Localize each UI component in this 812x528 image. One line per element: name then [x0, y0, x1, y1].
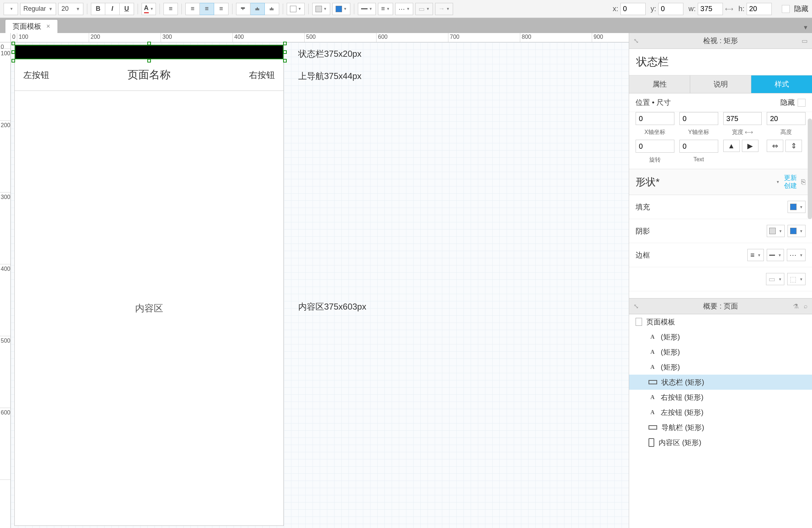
lock-size-icon[interactable]: ⟷ — [745, 129, 753, 135]
border-width-button[interactable]: ≡▼ — [378, 3, 393, 15]
border-style-picker[interactable]: ⋯▼ — [787, 249, 806, 261]
border-width-picker[interactable]: ≡▼ — [747, 249, 764, 261]
nav-title[interactable]: 页面名称 — [128, 68, 171, 82]
position-size-label: 位置 • 尺寸 — [636, 98, 671, 107]
valign-bottom-button[interactable]: ⫨ — [265, 3, 279, 15]
ruler-tick: 600 — [0, 408, 10, 480]
tab-dropdown-icon[interactable]: ▼ — [803, 24, 808, 31]
shadow-inner-picker[interactable]: ▼ — [788, 225, 806, 237]
border-color-picker[interactable]: ▼ — [767, 249, 784, 261]
nav-bar-widget[interactable]: 左按钮 页面名称 右按钮 — [15, 59, 283, 91]
w-field[interactable] — [723, 112, 762, 125]
shape-copy-icon[interactable]: ⎘ — [801, 178, 806, 186]
close-tab-icon[interactable]: × — [46, 23, 50, 30]
outline-collapse-icon[interactable]: ⤡ — [633, 302, 639, 310]
page-icon — [636, 318, 642, 326]
fit-width-button[interactable]: ⇔ — [767, 140, 783, 152]
bullets-button[interactable]: ≡ — [163, 3, 178, 15]
fill-color-button[interactable]: ▼ — [287, 3, 305, 15]
tab-notes[interactable]: 说明 — [690, 75, 751, 93]
canvas-area[interactable]: 01002003004005006007008009001000 0100200… — [0, 33, 629, 528]
flip-v-button[interactable]: ▶ — [742, 140, 758, 152]
align-center-button[interactable]: ≡ — [200, 3, 214, 15]
h-field[interactable] — [767, 112, 806, 125]
top-toolbar: ▼ Regular▼ 20▼ B I U A▼ ≡ ≡ ≡ ≡ ⫧ ⫨ ⫨ ▼ … — [0, 0, 812, 18]
artboard[interactable]: 左按钮 页面名称 右按钮 内容区 — [14, 45, 284, 526]
outline-item[interactable]: 内容区 (矩形) — [629, 435, 812, 450]
font-family-dropdown[interactable]: ▼ — [4, 3, 18, 15]
inspector-object-name[interactable]: 状态栏 — [629, 49, 812, 75]
shape-create-link[interactable]: 创建 — [784, 182, 797, 190]
border-color-button[interactable]: ▼ — [358, 3, 376, 15]
text-icon: A — [649, 363, 656, 371]
shadow-outer-button[interactable]: ▼ — [312, 3, 330, 15]
inspector-scrollbar[interactable] — [808, 119, 812, 219]
ruler-corner — [0, 33, 11, 42]
y-field[interactable] — [679, 112, 718, 125]
y-input[interactable] — [658, 3, 683, 15]
align-right-button[interactable]: ≡ — [214, 3, 229, 15]
outline-item-label: (矩形) — [661, 362, 680, 372]
outline-item-label: 状态栏 (矩形) — [661, 378, 704, 387]
page-tab[interactable]: 页面模板 × — [5, 19, 58, 33]
content-area-widget[interactable]: 内容区 — [15, 91, 283, 525]
outline-item[interactable]: A(矩形) — [629, 329, 812, 344]
outline-item[interactable]: 导航栏 (矩形) — [629, 420, 812, 435]
shadow-inner-button[interactable]: ▼ — [332, 3, 350, 15]
vertical-ruler: 0100200300400500600 — [0, 42, 11, 528]
status-bar-widget[interactable] — [15, 45, 283, 59]
lock-aspect-icon[interactable]: ⟷ — [725, 5, 733, 12]
h-input[interactable] — [747, 3, 772, 15]
border-style-button[interactable]: ⋯▼ — [395, 3, 413, 15]
hide-checkbox[interactable] — [782, 5, 790, 13]
bold-button[interactable]: B — [91, 3, 105, 15]
fit-height-button[interactable]: ⇕ — [785, 140, 802, 152]
italic-button[interactable]: I — [105, 3, 120, 15]
text-color-button[interactable]: A▼ — [142, 3, 156, 15]
rect-icon — [649, 425, 657, 430]
outline-item[interactable]: A右按钮 (矩形) — [629, 390, 812, 405]
outline-item[interactable]: A左按钮 (矩形) — [629, 405, 812, 420]
x-field[interactable] — [636, 112, 674, 125]
w-input[interactable] — [698, 3, 723, 15]
outline-item[interactable]: 页面模板 — [629, 314, 812, 329]
rotation-field[interactable] — [636, 140, 674, 153]
outline-filter-icon[interactable]: ⚗ — [793, 302, 799, 310]
text-rotation-label: Text — [679, 156, 718, 164]
outline-search-icon[interactable]: ⌕ — [804, 302, 808, 310]
tab-properties[interactable]: 属性 — [629, 75, 690, 93]
valign-top-button[interactable]: ⫧ — [236, 3, 250, 15]
height-label: 高度 — [767, 129, 806, 136]
valign-middle-button[interactable]: ⫨ — [250, 3, 265, 15]
outline-item-label: 页面模板 — [646, 317, 675, 327]
phone-icon — [649, 438, 654, 447]
shadow-outer-picker[interactable]: ▼ — [767, 225, 785, 237]
outline-item-label: (矩形) — [661, 347, 680, 357]
tab-style[interactable]: 样式 — [751, 75, 812, 93]
outline-item-label: 左按钮 (矩形) — [661, 408, 703, 417]
shape-style-dropdown[interactable]: ▼ — [776, 180, 780, 184]
outline-item[interactable]: A(矩形) — [629, 344, 812, 360]
arrow-style-button: →▼ — [435, 3, 453, 15]
ruler-tick: 0 — [11, 33, 17, 42]
outline-item[interactable]: 状态栏 (矩形) — [629, 375, 812, 390]
font-size-select[interactable]: 20▼ — [58, 3, 83, 15]
flip-h-button[interactable]: ▲ — [723, 140, 740, 152]
hide-checkbox-inspector[interactable] — [798, 99, 806, 107]
inspector-collapse-icon[interactable]: ⤡ — [633, 37, 639, 45]
fill-color-picker[interactable]: ▼ — [788, 201, 806, 213]
font-weight-select[interactable]: Regular▼ — [20, 3, 56, 15]
x-input[interactable] — [620, 3, 646, 15]
underline-button[interactable]: U — [120, 3, 134, 15]
ruler-tick: 100 — [0, 49, 10, 121]
nav-right-button[interactable]: 右按钮 — [249, 69, 275, 81]
hide-label: 隐藏 — [794, 4, 808, 14]
text-rotation-field[interactable] — [679, 140, 718, 153]
align-left-button[interactable]: ≡ — [185, 3, 200, 15]
nav-left-button[interactable]: 左按钮 — [23, 69, 49, 81]
inspector-notes-icon[interactable]: ▭ — [802, 37, 808, 45]
outline-item[interactable]: A(矩形) — [629, 360, 812, 375]
text-icon: A — [649, 333, 656, 341]
rect-icon — [649, 380, 657, 384]
shape-update-link[interactable]: 更新 — [784, 174, 797, 182]
